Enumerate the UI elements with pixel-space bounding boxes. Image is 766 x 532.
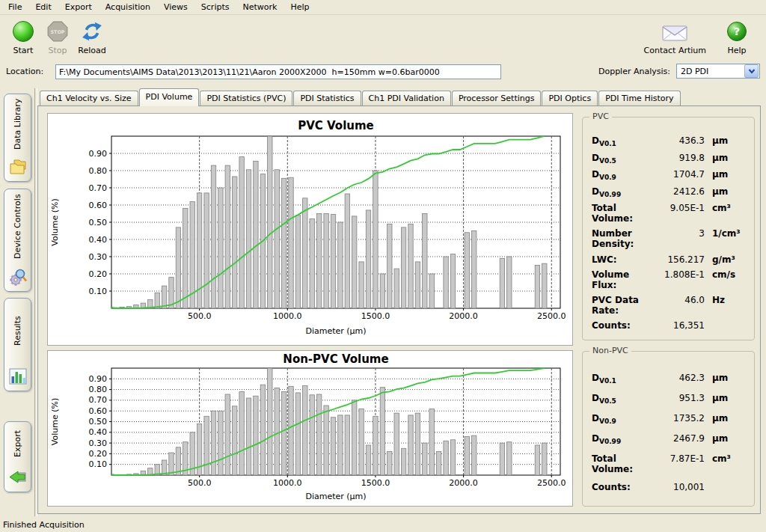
menu-views[interactable]: Views: [157, 1, 194, 13]
volume-bar: [472, 435, 477, 475]
tab-pdi-statistics[interactable]: PDI Statistics: [293, 91, 361, 106]
tab-ch1-velocity-vs-size[interactable]: Ch1 Velocity vs. Size: [40, 91, 138, 106]
sidebar-item-results[interactable]: Results: [4, 298, 31, 391]
tab-processor-settings[interactable]: Processor Settings: [452, 91, 542, 106]
tab-pdi-volume[interactable]: PDI Volume: [139, 88, 200, 106]
volume-bar: [429, 274, 434, 308]
x-tick-label: 1500.0: [361, 311, 390, 321]
toolbar: Start STOP Stop Reload: [0, 16, 766, 61]
sidebar-item-device-controls[interactable]: Device Controls: [4, 189, 31, 292]
volume-bar: [281, 178, 286, 308]
help-button[interactable]: ? Help: [717, 19, 757, 55]
contact-artium-button[interactable]: Contact Artium: [641, 19, 709, 55]
stat-unit: µm: [705, 413, 747, 424]
stat-value: 7.87E-1: [651, 453, 705, 464]
tab-pdi-time-history[interactable]: PDI Time History: [598, 91, 680, 106]
sidebar-item-data-library[interactable]: Data Library: [4, 94, 31, 182]
non-pvc-volume-chart-panel: Non-PVC Volume0.100.200.300.400.500.600.…: [47, 350, 573, 507]
folders-icon: [8, 158, 28, 177]
volume-bar: [331, 215, 335, 308]
sidebar-item-label: Results: [13, 299, 22, 365]
stat-row: DV0.1436.3µm: [592, 135, 747, 147]
menu-acquisition[interactable]: Acquisition: [99, 1, 157, 13]
volume-bar: [324, 406, 328, 475]
menu-export[interactable]: Export: [58, 1, 99, 13]
reload-button[interactable]: Reload: [75, 19, 109, 55]
doppler-analysis-select[interactable]: 2D PDI: [676, 64, 760, 79]
chart-title: PVC Volume: [298, 119, 374, 132]
location-input[interactable]: [55, 64, 501, 79]
non-pvc-stats-rows: DV0.1462.3µmDV0.5951.3µmDV0.91735.2µmDV0…: [583, 352, 754, 506]
y-tick-label: 0.80: [89, 166, 108, 176]
volume-bar: [359, 409, 364, 475]
y-tick-label: 0.10: [89, 287, 108, 296]
stat-row: PVC Data Rate:46.0Hz: [592, 295, 747, 316]
volume-bar: [444, 441, 448, 475]
stat-row: DV0.5951.3µm: [592, 393, 747, 405]
volume-bar: [465, 437, 469, 476]
doppler-analysis-label: Doppler Analysis:: [598, 67, 670, 76]
volume-bar: [254, 396, 258, 475]
pvc-volume-chart: PVC Volume0.100.200.300.400.500.600.700.…: [48, 114, 572, 345]
stat-row: LWC:156.217g/m³: [592, 254, 747, 265]
volume-bar: [289, 386, 293, 475]
stat-value: 1704.7: [651, 169, 705, 180]
sidebar-item-export[interactable]: Export: [4, 421, 31, 492]
stat-value: 2412.6: [651, 186, 705, 197]
volume-bar: [303, 198, 307, 308]
menu-network[interactable]: Network: [236, 1, 284, 13]
volume-bar: [275, 170, 279, 308]
stat-row: DV0.91704.7µm: [592, 169, 747, 181]
volume-bar: [352, 400, 357, 475]
volume-bar: [500, 443, 504, 475]
stop-button[interactable]: STOP Stop: [40, 19, 75, 55]
volume-bar: [507, 442, 512, 475]
stat-row: Counts:10,001: [592, 482, 747, 492]
stat-label: Counts:: [592, 482, 651, 492]
svg-text:?: ?: [734, 25, 740, 37]
gear-magnifier-icon: [8, 268, 28, 287]
volume-bar: [310, 218, 314, 308]
stat-row: DV0.992467.9µm: [592, 433, 747, 445]
doppler-analysis-value: 2D PDI: [677, 67, 744, 76]
volume-bar: [423, 214, 427, 309]
stat-label: Volume Flux:: [592, 269, 651, 290]
volume-bar: [408, 224, 413, 308]
stat-row: Volume Flux:1.808E-1cm/s: [592, 269, 747, 290]
stat-unit: Hz: [705, 295, 747, 305]
volume-bar: [352, 216, 357, 308]
pvc-stats-groupbox: PVC DV0.1436.3µmDV0.5919.8µmDV0.91704.7µ…: [582, 117, 755, 340]
volume-bar: [183, 209, 188, 308]
x-tick-label: 500.0: [188, 311, 212, 321]
tab-pdi-optics[interactable]: PDI Optics: [542, 91, 598, 106]
volume-bar: [423, 443, 427, 475]
volume-bar: [401, 227, 405, 308]
stat-unit: µm: [705, 393, 747, 403]
volume-bar: [535, 266, 539, 309]
volume-bar: [542, 263, 547, 308]
menu-file[interactable]: File: [1, 1, 28, 13]
stat-label: DV0.9: [592, 413, 651, 425]
stat-label: Total Volume:: [592, 453, 651, 474]
chevron-down-icon[interactable]: [744, 64, 759, 78]
start-button[interactable]: Start: [6, 19, 40, 55]
tab-pdi-statistics-pvc[interactable]: PDI Statistics (PVC): [200, 91, 292, 106]
volume-bar: [239, 157, 244, 308]
menu-help[interactable]: Help: [284, 1, 316, 13]
y-tick-label: 0.90: [89, 374, 108, 384]
volume-bar: [387, 224, 392, 308]
volume-bar: [380, 274, 384, 308]
tab-ch1-pdi-validation[interactable]: Ch1 PDI Validation: [362, 91, 451, 106]
location-label: Location:: [6, 67, 43, 76]
menu-scripts[interactable]: Scripts: [194, 1, 236, 13]
volume-bar: [260, 385, 265, 475]
stat-label: DV0.99: [592, 186, 651, 198]
stat-value: 462.3: [651, 373, 705, 383]
volume-bar: [295, 215, 300, 308]
volume-bar: [345, 415, 349, 475]
volume-bar: [380, 388, 384, 475]
y-tick-label: 0.10: [89, 459, 108, 469]
menu-edit[interactable]: Edit: [28, 1, 58, 13]
y-tick-label: 0.70: [89, 395, 108, 405]
stat-value: 919.8: [651, 153, 705, 163]
